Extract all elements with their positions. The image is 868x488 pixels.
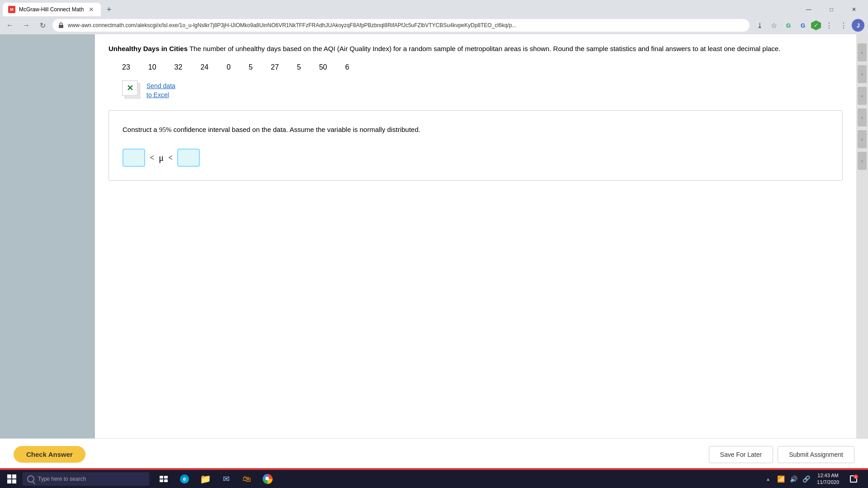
- sidebar-collapse-btn-4[interactable]: ‹: [858, 108, 867, 127]
- taskbar: Type here to search e 📁 ✉ 🛍: [0, 470, 868, 488]
- toolbar-icons: ⤓ ☆ G G ✓ ⋮ ⋮ J: [753, 19, 864, 32]
- tab-close-button[interactable]: ✕: [87, 5, 95, 14]
- task-view-icon[interactable]: [154, 470, 174, 488]
- data-val-10: 6: [345, 63, 349, 71]
- excel-x-symbol: ✕: [127, 83, 133, 93]
- url-text: www-awn.connectmath.com/alekscgi/x/lsl.e…: [68, 22, 744, 28]
- edge-browser-icon[interactable]: e: [175, 470, 194, 488]
- problem-title: Unhealthy Days in Cities The number of u…: [108, 43, 843, 54]
- wifi-icon[interactable]: 📶: [775, 470, 786, 488]
- chrome-browser-icon[interactable]: [258, 470, 278, 488]
- svg-rect-1: [160, 476, 163, 479]
- volume-icon[interactable]: 🔊: [788, 470, 799, 488]
- sidebar-collapse-btn-2[interactable]: ‹: [858, 65, 867, 83]
- excel-link-area: ✕ Send data to Excel: [122, 80, 843, 101]
- sidebar-collapse-btn-5[interactable]: ‹: [858, 130, 867, 148]
- sidebar-collapse-btn-3[interactable]: ‹: [858, 87, 867, 105]
- sidebar-collapse-btn-1[interactable]: ‹: [858, 43, 867, 61]
- mail-icon[interactable]: ✉: [216, 470, 236, 488]
- new-tab-button[interactable]: +: [103, 3, 115, 16]
- menu-icon[interactable]: ⋮: [837, 19, 850, 32]
- less-than-symbol-2: <: [168, 153, 173, 163]
- window-controls: — □ ✕: [798, 3, 868, 16]
- star-icon[interactable]: ☆: [768, 19, 780, 32]
- tab-favicon: M: [8, 6, 15, 13]
- mu-symbol: μ: [159, 153, 164, 163]
- send-data-line1: Send data: [146, 82, 175, 89]
- sidebar-collapse-btn-6[interactable]: ‹: [858, 152, 867, 170]
- less-than-symbol-1: <: [150, 153, 154, 163]
- clock-time: 12:43 AM: [817, 472, 838, 479]
- minimize-button[interactable]: —: [798, 3, 819, 16]
- close-button[interactable]: ✕: [844, 3, 864, 16]
- bottom-action-bar: Check Answer Save For Later Submit Assig…: [0, 438, 868, 470]
- problem-title-bold: Unhealthy Days in Cities: [108, 45, 188, 52]
- send-data-line2: to Excel: [146, 91, 169, 99]
- store-icon[interactable]: 🛍: [237, 470, 257, 488]
- send-data-to-excel-link[interactable]: Send data to Excel: [146, 82, 175, 99]
- tab-bar: M McGraw-Hill Connect Math ✕ + — □ ✕: [0, 0, 868, 16]
- data-val-3: 32: [175, 63, 183, 71]
- data-val-1: 23: [122, 63, 130, 71]
- search-icon: [27, 475, 34, 483]
- data-val-9: 50: [319, 63, 327, 71]
- download-icon[interactable]: ⤓: [753, 19, 766, 32]
- taskbar-search-text: Type here to search: [38, 476, 86, 482]
- confidence-pct: 95%: [159, 126, 172, 133]
- data-val-5: 0: [226, 63, 231, 71]
- check-answer-button[interactable]: Check Answer: [14, 446, 85, 463]
- taskbar-search-bar[interactable]: Type here to search: [23, 472, 149, 486]
- back-button[interactable]: ←: [4, 19, 16, 32]
- link-icon[interactable]: 🔗: [801, 470, 811, 488]
- edge-icon-shape: e: [180, 474, 189, 483]
- svg-rect-2: [164, 476, 168, 479]
- address-bar-row: ← → ↻ www-awn.connectmath.com/alekscgi/x…: [0, 16, 868, 34]
- question-text: Construct a 95% confidence interval base…: [123, 124, 829, 135]
- tab-label: McGraw-Hill Connect Math: [19, 6, 84, 13]
- data-values-row: 23 10 32 24 0 5 27 5 50 6: [122, 63, 843, 71]
- extensions-puzzle-icon[interactable]: ⋮: [823, 19, 835, 32]
- data-val-8: 5: [297, 63, 301, 71]
- notification-badge: 8: [854, 474, 858, 479]
- network-up-arrow: ▲: [763, 470, 774, 488]
- active-tab[interactable]: M McGraw-Hill Connect Math ✕: [3, 3, 101, 16]
- profile-avatar[interactable]: J: [852, 19, 864, 32]
- answer-row: < μ <: [123, 149, 829, 167]
- grammarly-icon[interactable]: G: [782, 19, 795, 32]
- submit-assignment-button[interactable]: Submit Assignment: [778, 446, 854, 463]
- taskbar-clock[interactable]: 12:43 AM 11/7/2020: [813, 472, 843, 486]
- address-bar[interactable]: www-awn.connectmath.com/alekscgi/x/lsl.e…: [52, 19, 750, 32]
- question-box: Construct a 95% confidence interval base…: [108, 110, 843, 181]
- svg-rect-4: [164, 479, 168, 482]
- clock-date: 11/7/2020: [817, 479, 839, 486]
- main-area: Unhealthy Days in Cities The number of u…: [0, 34, 868, 470]
- excel-icon-front: ✕: [122, 80, 137, 96]
- right-action-buttons: Save For Later Submit Assignment: [709, 446, 854, 463]
- left-sidebar: [0, 34, 95, 470]
- data-val-7: 27: [271, 63, 279, 71]
- right-sidebar: ‹ ‹ ‹ ‹ ‹ ‹: [856, 34, 868, 470]
- problem-title-text: The number of unhealthy days based on th…: [188, 45, 780, 52]
- data-val-6: 5: [249, 63, 253, 71]
- file-explorer-icon[interactable]: 📁: [195, 470, 215, 488]
- lower-bound-input[interactable]: [123, 149, 145, 167]
- start-button[interactable]: [2, 470, 22, 488]
- data-val-2: 10: [148, 63, 156, 71]
- notification-center-button[interactable]: 8: [844, 470, 863, 488]
- taskbar-pinned-icons: e 📁 ✉ 🛍: [154, 470, 278, 488]
- svg-rect-3: [160, 479, 163, 482]
- maximize-button[interactable]: □: [821, 3, 842, 16]
- lock-icon: [58, 22, 64, 28]
- refresh-button[interactable]: ↻: [36, 19, 49, 32]
- save-for-later-button[interactable]: Save For Later: [709, 446, 774, 463]
- content-area: Unhealthy Days in Cities The number of u…: [95, 34, 856, 470]
- windows-logo-icon: [7, 474, 16, 483]
- svg-rect-0: [59, 25, 63, 28]
- notification-icon: 8: [850, 475, 857, 483]
- upper-bound-input[interactable]: [177, 149, 200, 167]
- shield-icon[interactable]: ✓: [811, 20, 821, 30]
- forward-button[interactable]: →: [20, 19, 33, 32]
- data-val-4: 24: [200, 63, 208, 71]
- system-tray: ▲ 📶 🔊 🔗 12:43 AM 11/7/2020 8: [763, 470, 866, 488]
- extension-icon[interactable]: G: [797, 19, 809, 32]
